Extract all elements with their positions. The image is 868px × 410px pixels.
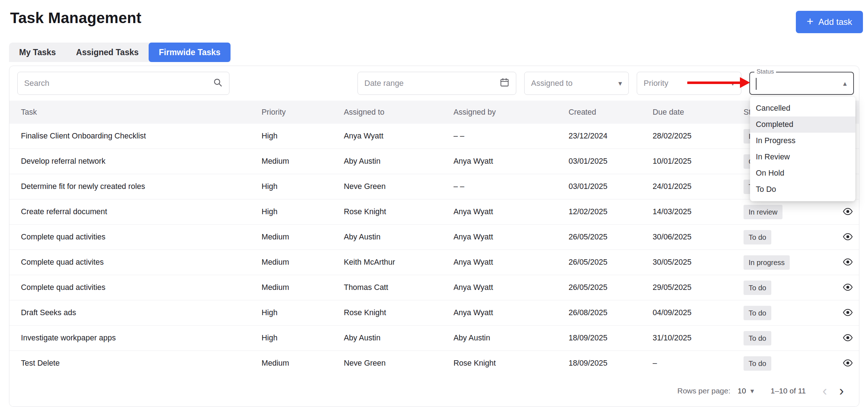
table-row: Finalise Client Onboarding Checklist Hig… — [9, 124, 859, 149]
date-range-field[interactable]: Date range — [358, 72, 516, 95]
due-date-cell: 14/03/2025 — [653, 207, 744, 216]
plus-icon: + — [807, 16, 814, 27]
table-footer: Rows per page: 10 ▾ 1–10 of 11 ‹ › — [9, 375, 859, 406]
column-header-created: Created — [569, 108, 653, 117]
assigned-to-cell: Aby Austin — [344, 157, 453, 166]
status-cell: In progress — [744, 255, 836, 270]
column-header-task: Task — [9, 108, 262, 117]
eye-icon — [843, 334, 853, 343]
search-input[interactable] — [24, 79, 209, 88]
rows-per-page: Rows per page: 10 ▾ — [677, 387, 754, 395]
assigned-to-cell: Keith McArthur — [344, 258, 453, 267]
status-option-to-do[interactable]: To Do — [750, 181, 855, 198]
rows-per-page-label: Rows per page: — [677, 387, 730, 395]
table-row: Complete quad activities Medium Thomas C… — [9, 275, 859, 300]
priority-cell: High — [262, 334, 344, 343]
status-cell: In review — [744, 205, 836, 219]
search-field[interactable] — [17, 72, 229, 95]
tab-firmwide-tasks[interactable]: Firmwide Tasks — [149, 43, 231, 62]
previous-page-button[interactable]: ‹ — [823, 384, 827, 398]
annotation-arrow-head — [740, 77, 750, 88]
status-cell: To do — [744, 281, 836, 295]
priority-cell: High — [262, 182, 344, 191]
created-cell: 26/05/2025 — [569, 283, 653, 292]
pagination-range: 1–10 of 11 — [771, 387, 806, 395]
calendar-icon — [500, 78, 509, 89]
column-header-priority: Priority — [262, 108, 344, 117]
task-cell: Investigate workpaper apps — [9, 334, 262, 343]
table-row: Test Delete Medium Neve Green Rose Knigh… — [9, 351, 859, 376]
assigned-by-cell: Anya Wyatt — [453, 157, 569, 166]
task-cell: Develop referral network — [9, 157, 262, 166]
status-badge: To do — [744, 331, 771, 345]
view-task-button[interactable] — [841, 281, 855, 294]
status-option-in-review[interactable]: In Review — [750, 149, 855, 165]
status-badge: In review — [744, 205, 782, 219]
due-date-cell: 29/05/2025 — [653, 283, 744, 292]
due-date-cell: 28/02/2025 — [653, 132, 744, 141]
column-header-due-date: Due date — [653, 108, 744, 117]
assigned-by-cell: Anya Wyatt — [453, 283, 569, 292]
due-date-cell: 24/01/2025 — [653, 182, 744, 191]
priority-cell: Medium — [262, 233, 344, 242]
priority-placeholder: Priority — [644, 79, 668, 88]
pager: ‹ › — [823, 384, 844, 398]
created-cell: 12/02/2025 — [569, 207, 653, 216]
eye-icon — [843, 258, 853, 267]
task-cell: Complete quad activities — [9, 283, 262, 292]
task-cell: Finalise Client Onboarding Checklist — [9, 132, 262, 141]
status-option-on-hold[interactable]: On Hold — [750, 165, 855, 181]
task-cell: Determine fit for newly created roles — [9, 182, 262, 191]
view-task-button[interactable] — [841, 307, 855, 319]
eye-icon — [843, 359, 853, 368]
created-cell: 26/08/2025 — [569, 308, 653, 317]
status-option-cancelled[interactable]: Cancelled — [750, 100, 855, 116]
status-field-label: Status — [754, 68, 776, 75]
status-badge: To do — [744, 356, 771, 371]
created-cell: 18/09/2025 — [569, 334, 653, 343]
priority-cell: High — [262, 308, 344, 317]
rows-per-page-select[interactable]: 10 ▾ — [738, 387, 754, 395]
priority-cell: Medium — [262, 283, 344, 292]
top-bar: Task Management + Add task — [0, 0, 868, 33]
view-task-button[interactable] — [841, 231, 855, 244]
status-option-completed[interactable]: Completed — [750, 116, 855, 133]
assigned-to-cell: Neve Green — [344, 359, 453, 368]
date-range-placeholder: Date range — [364, 79, 404, 88]
status-cell: To do — [744, 230, 836, 244]
status-select[interactable]: Status ▴ — [749, 72, 854, 95]
tab-assigned-tasks[interactable]: Assigned Tasks — [66, 43, 149, 62]
table-row: Complete quad activites Medium Keith McA… — [9, 250, 859, 275]
assigned-to-select[interactable]: Assigned to ▾ — [524, 72, 629, 95]
status-badge: To do — [744, 306, 771, 320]
add-task-button[interactable]: + Add task — [796, 11, 863, 33]
text-cursor — [756, 78, 757, 90]
task-cell: Test Delete — [9, 359, 262, 368]
assigned-to-cell: Anya Wyatt — [344, 132, 453, 141]
due-date-cell: 04/09/2025 — [653, 308, 744, 317]
actions-cell — [836, 281, 860, 294]
view-task-button[interactable] — [841, 357, 855, 370]
created-cell: 03/01/2025 — [569, 157, 653, 166]
created-cell: 26/05/2025 — [569, 233, 653, 242]
column-header-assigned-by: Assigned by — [453, 108, 569, 117]
view-task-button[interactable] — [841, 206, 855, 219]
status-badge: To do — [744, 281, 771, 295]
actions-cell — [836, 307, 860, 319]
created-cell: 23/12/2024 — [569, 132, 653, 141]
actions-cell — [836, 256, 860, 269]
status-option-in-progress[interactable]: In Progress — [750, 133, 855, 149]
assigned-to-cell: Rose Knight — [344, 308, 453, 317]
view-task-button[interactable] — [841, 256, 855, 269]
page-title: Task Management — [10, 9, 141, 27]
status-dropdown-menu: Cancelled Completed In Progress In Revie… — [750, 97, 855, 201]
tab-my-tasks[interactable]: My Tasks — [9, 43, 66, 62]
actions-cell — [836, 206, 860, 219]
status-badge: To do — [744, 230, 771, 244]
assigned-by-cell: – – — [453, 132, 569, 141]
view-task-button[interactable] — [841, 332, 855, 345]
next-page-button[interactable]: › — [839, 384, 844, 398]
task-cell: Create referral document — [9, 207, 262, 216]
priority-cell: Medium — [262, 359, 344, 368]
due-date-cell: 31/10/2025 — [653, 334, 744, 343]
